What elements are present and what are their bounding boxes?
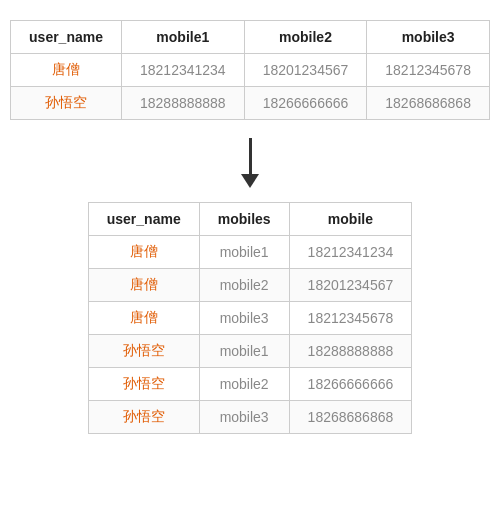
bottom-cell-mobile: 18201234567 (289, 269, 412, 302)
bottom-cell-mobile: 18212345678 (289, 302, 412, 335)
bottom-cell-mobile: 18212341234 (289, 236, 412, 269)
bottom-cell-user_name: 唐僧 (88, 236, 199, 269)
bottom-table-row: 唐僧mobile318212345678 (88, 302, 412, 335)
bottom-table-header-user_name: user_name (88, 203, 199, 236)
top-table-header-mobile2: mobile2 (244, 21, 367, 54)
bottom-table-row: 唐僧mobile218201234567 (88, 269, 412, 302)
bottom-table-header-mobile: mobile (289, 203, 412, 236)
bottom-cell-user_name: 孙悟空 (88, 401, 199, 434)
top-table: user_namemobile1mobile2mobile3 唐僧1821234… (10, 20, 490, 120)
bottom-cell-mobiles: mobile3 (199, 302, 289, 335)
top-table-wrapper: user_namemobile1mobile2mobile3 唐僧1821234… (20, 20, 480, 120)
top-cell-mobile3: 18212345678 (367, 54, 490, 87)
top-table-header-mobile3: mobile3 (367, 21, 490, 54)
bottom-cell-mobile: 18268686868 (289, 401, 412, 434)
bottom-cell-mobiles: mobile1 (199, 335, 289, 368)
bottom-table-row: 孙悟空mobile318268686868 (88, 401, 412, 434)
bottom-table-row: 孙悟空mobile118288888888 (88, 335, 412, 368)
bottom-cell-mobile: 18288888888 (289, 335, 412, 368)
transform-arrow (241, 120, 259, 202)
bottom-table-row: 唐僧mobile118212341234 (88, 236, 412, 269)
bottom-cell-mobiles: mobile3 (199, 401, 289, 434)
top-cell-user_name: 孙悟空 (11, 87, 122, 120)
bottom-table-wrapper: user_namemobilesmobile 唐僧mobile118212341… (20, 202, 480, 434)
bottom-cell-mobiles: mobile2 (199, 368, 289, 401)
bottom-table-header-mobiles: mobiles (199, 203, 289, 236)
bottom-table-row: 孙悟空mobile218266666666 (88, 368, 412, 401)
top-table-header-user_name: user_name (11, 21, 122, 54)
arrow-down-icon (241, 138, 259, 188)
top-cell-mobile2: 18266666666 (244, 87, 367, 120)
top-cell-mobile1: 18288888888 (121, 87, 244, 120)
bottom-table: user_namemobilesmobile 唐僧mobile118212341… (88, 202, 413, 434)
bottom-cell-mobiles: mobile2 (199, 269, 289, 302)
top-cell-mobile1: 18212341234 (121, 54, 244, 87)
top-table-row: 唐僧182123412341820123456718212345678 (11, 54, 490, 87)
bottom-cell-mobile: 18266666666 (289, 368, 412, 401)
top-cell-mobile3: 18268686868 (367, 87, 490, 120)
bottom-cell-mobiles: mobile1 (199, 236, 289, 269)
bottom-cell-user_name: 孙悟空 (88, 335, 199, 368)
top-table-row: 孙悟空182888888881826666666618268686868 (11, 87, 490, 120)
top-cell-user_name: 唐僧 (11, 54, 122, 87)
bottom-cell-user_name: 孙悟空 (88, 368, 199, 401)
bottom-cell-user_name: 唐僧 (88, 302, 199, 335)
top-cell-mobile2: 18201234567 (244, 54, 367, 87)
bottom-cell-user_name: 唐僧 (88, 269, 199, 302)
top-table-header-mobile1: mobile1 (121, 21, 244, 54)
